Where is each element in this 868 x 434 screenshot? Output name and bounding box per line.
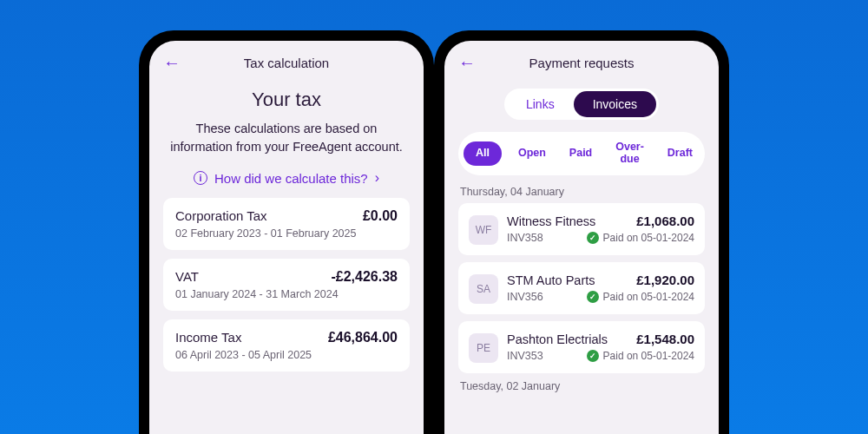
tax-label: Corporation Tax [175, 208, 267, 223]
invoice-name: Witness Fitness [507, 214, 595, 228]
avatar: SA [469, 274, 498, 304]
phone-screen-payments: ← Payment requests Links Invoices All Op… [444, 41, 719, 434]
tax-amount: £0.00 [363, 208, 398, 224]
check-icon: ✓ [587, 232, 599, 244]
date-group-header: Thursday, 04 January [460, 186, 705, 198]
invoice-name: STM Auto Parts [507, 273, 595, 287]
invoice-row[interactable]: WF Witness Fitness £1,068.00 INV358 ✓ Pa… [458, 203, 705, 255]
calculation-info-label: How did we calculate this? [214, 171, 368, 186]
filter-bar: All Open Paid Over- due Draft [458, 132, 705, 175]
invoice-name: Pashton Electrials [507, 332, 608, 346]
tax-amount: £46,864.00 [328, 330, 398, 345]
header-payments: ← Payment requests [458, 53, 705, 73]
arrow-left-icon: ← [458, 53, 476, 72]
filter-overdue[interactable]: Over- due [608, 135, 651, 172]
header-tax: ← Tax calculation [163, 53, 410, 73]
phone-frame-payments: ← Payment requests Links Invoices All Op… [434, 30, 729, 434]
invoice-row[interactable]: PE Pashton Electrials £1,548.00 INV353 ✓… [458, 321, 705, 373]
segment-control: Links Invoices [458, 89, 705, 120]
header-title: Payment requests [479, 56, 684, 70]
arrow-left-icon: ← [163, 53, 181, 72]
calculation-info-link[interactable]: i How did we calculate this? › [163, 170, 410, 186]
filter-open[interactable]: Open [511, 141, 553, 166]
invoice-amount: £1,068.00 [636, 214, 694, 228]
tax-period: 02 February 2023 - 01 February 2025 [175, 227, 398, 240]
page-subtitle: These calculations are based on informat… [168, 120, 404, 156]
invoice-row[interactable]: SA STM Auto Parts £1,920.00 INV356 ✓ Pai… [458, 262, 705, 314]
tax-label: Income Tax [175, 330, 241, 345]
invoice-ref: INV353 [507, 350, 543, 362]
check-icon: ✓ [587, 350, 599, 362]
invoice-status: ✓ Paid on 05-01-2024 [587, 291, 694, 303]
filter-paid[interactable]: Paid [562, 141, 599, 166]
avatar: WF [469, 215, 498, 245]
segment-invoices[interactable]: Invoices [574, 91, 656, 117]
invoice-ref: INV358 [507, 232, 543, 244]
filter-all[interactable]: All [464, 141, 502, 166]
phone-screen-tax: ← Tax calculation Your tax These calcula… [149, 41, 424, 434]
segment-links[interactable]: Links [507, 91, 574, 117]
back-button[interactable]: ← [163, 53, 184, 73]
tax-item-vat[interactable]: VAT -£2,426.38 01 January 2024 - 31 Marc… [163, 259, 410, 311]
phone-frame-tax: ← Tax calculation Your tax These calcula… [139, 30, 434, 434]
page-title: Your tax [163, 89, 410, 111]
tax-item-income[interactable]: Income Tax £46,864.00 06 April 2023 - 05… [163, 319, 410, 372]
back-button[interactable]: ← [458, 53, 479, 73]
chevron-right-icon: › [375, 170, 379, 186]
check-icon: ✓ [587, 291, 599, 303]
tax-period: 06 April 2023 - 05 April 2025 [175, 349, 398, 361]
invoice-ref: INV356 [507, 291, 543, 303]
invoice-amount: £1,920.00 [636, 273, 694, 287]
tax-label: VAT [175, 269, 199, 284]
tax-amount: -£2,426.38 [331, 269, 398, 285]
tax-period: 01 January 2024 - 31 March 2024 [175, 288, 398, 300]
invoice-status: ✓ Paid on 05-01-2024 [587, 232, 694, 244]
header-title: Tax calculation [184, 56, 389, 70]
filter-draft[interactable]: Draft [661, 141, 700, 166]
tax-item-corporation[interactable]: Corporation Tax £0.00 02 February 2023 -… [163, 198, 410, 250]
avatar: PE [469, 333, 498, 363]
date-group-header: Tuesday, 02 January [460, 380, 705, 392]
invoice-status: ✓ Paid on 05-01-2024 [587, 350, 694, 362]
invoice-amount: £1,548.00 [636, 332, 694, 346]
info-icon: i [194, 171, 207, 185]
